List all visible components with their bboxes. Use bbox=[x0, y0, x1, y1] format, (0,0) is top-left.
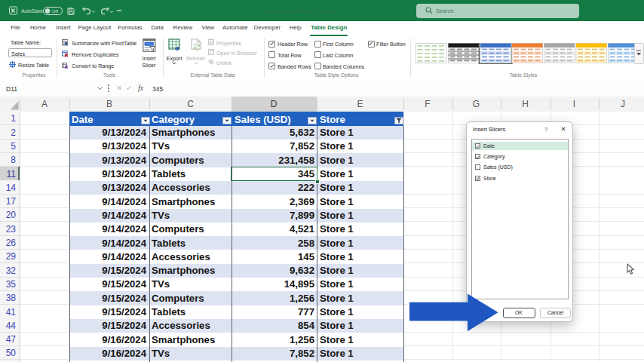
svg-text:Off: Off bbox=[52, 8, 58, 13]
